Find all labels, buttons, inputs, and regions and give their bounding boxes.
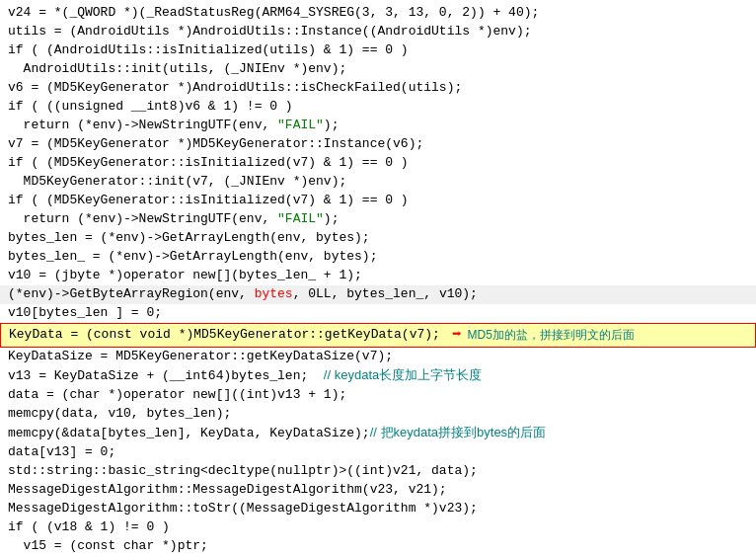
code-text: KeyData = (const void *)MD5KeyGenerator:… (9, 326, 440, 345)
code-line-4: AndroidUtils::init(utils, (_JNIEnv *)env… (0, 60, 756, 79)
code-text: if ( (v18 & 1) != 0 ) (8, 518, 170, 537)
code-line-8: v7 = (MD5KeyGenerator *)MD5KeyGenerator:… (0, 135, 756, 154)
code-text: MessageDigestAlgorithm::MessageDigestAlg… (8, 481, 447, 500)
code-line-13: bytes_len = (*env)->GetArrayLength(env, … (0, 229, 756, 248)
code-line-21: data = (char *)operator new[]((int)v13 +… (0, 386, 756, 405)
code-line-26: MessageDigestAlgorithm::MessageDigestAlg… (0, 481, 756, 500)
code-text: v6 = (MD5KeyGenerator *)AndroidUtils::is… (8, 79, 462, 98)
code-line-7: return (*env)->NewStringUTF(env, "FAIL")… (0, 117, 756, 135)
code-text: if ( (MD5KeyGenerator::isInitialized(v7)… (8, 154, 409, 173)
code-text: if ( (AndroidUtils::isInitialized(utils)… (8, 41, 409, 60)
code-text: KeyDataSize = MD5KeyGenerator::getKeyDat… (8, 348, 393, 366)
code-line-5: v6 = (MD5KeyGenerator *)AndroidUtils::is… (0, 79, 756, 98)
code-text: MessageDigestAlgorithm::toStr((MessageDi… (8, 500, 478, 518)
code-text: return (*env)->NewStringUTF(env, "FAIL")… (8, 117, 339, 135)
code-line-1: v24 = *(_QWORD *)(_ReadStatusReg(ARM64_S… (0, 4, 756, 23)
code-text: v10[bytes_len ] = 0; (8, 304, 162, 323)
code-text: v24 = *(_QWORD *)(_ReadStatusReg(ARM64_S… (8, 4, 539, 23)
code-line-16: (*env)->GetByteArrayRegion(env, bytes, 0… (0, 285, 756, 304)
code-text: return (*env)->NewStringUTF(env, "FAIL")… (8, 210, 339, 229)
code-text: memcpy(&data[bytes_len], KeyData, KeyDat… (8, 424, 546, 443)
code-text: v7 = (MD5KeyGenerator *)MD5KeyGenerator:… (8, 135, 423, 154)
code-text: data = (char *)operator new[]((int)v13 +… (8, 386, 346, 405)
code-line-3: if ( (AndroidUtils::isInitialized(utils)… (0, 41, 756, 60)
code-line-10: MD5KeyGenerator::init(v7, (_JNIEnv *)env… (0, 173, 756, 192)
code-line-15: v10 = (jbyte *)operator new[](bytes_len_… (0, 267, 756, 285)
code-line-6: if ( ((unsigned __int8)v6 & 1) != 0 ) (0, 98, 756, 117)
code-line-23: memcpy(&data[bytes_len], KeyData, KeyDat… (0, 424, 756, 443)
code-line-12: return (*env)->NewStringUTF(env, "FAIL")… (0, 210, 756, 229)
code-text: (*env)->GetByteArrayRegion(env, bytes, 0… (8, 285, 478, 304)
code-text: std::string::basic_string<decltype(nullp… (8, 462, 478, 481)
code-line-17: v10[bytes_len ] = 0; (0, 304, 756, 323)
code-line-27: MessageDigestAlgorithm::toStr((MessageDi… (0, 500, 756, 518)
cn-comment-text: MD5加的盐，拼接到明文的后面 (468, 327, 635, 344)
code-line-19: KeyDataSize = MD5KeyGenerator::getKeyDat… (0, 348, 756, 366)
code-line-2: utils = (AndroidUtils *)AndroidUtils::In… (0, 23, 756, 41)
code-line-28: if ( (v18 & 1) != 0 ) (0, 518, 756, 537)
arrow-icon: ➡ (452, 324, 462, 347)
code-line-29: v15 = (const char *)ptr; (0, 537, 756, 556)
code-line-14: bytes_len_ = (*env)->GetArrayLength(env,… (0, 248, 756, 267)
code-text: v15 = (const char *)ptr; (8, 537, 208, 556)
code-line-22: memcpy(data, v10, bytes_len); (0, 405, 756, 424)
code-line-11: if ( (MD5KeyGenerator::isInitialized(v7)… (0, 192, 756, 210)
code-line-24: data[v13] = 0; (0, 443, 756, 462)
code-line-20: v13 = KeyDataSize + (__int64)bytes_len; … (0, 366, 756, 386)
code-text: AndroidUtils::init(utils, (_JNIEnv *)env… (8, 60, 346, 79)
code-text: if ( (MD5KeyGenerator::isInitialized(v7)… (8, 192, 409, 210)
code-text: memcpy(data, v10, bytes_len); (8, 405, 231, 424)
code-text: data[v13] = 0; (8, 443, 115, 462)
code-text: v13 = KeyDataSize + (__int64)bytes_len; … (8, 366, 482, 386)
code-text: if ( ((unsigned __int8)v6 & 1) != 0 ) (8, 98, 293, 117)
code-line-9: if ( (MD5KeyGenerator::isInitialized(v7)… (0, 154, 756, 173)
code-text: v10 = (jbyte *)operator new[](bytes_len_… (8, 267, 362, 285)
code-text: MD5KeyGenerator::init(v7, (_JNIEnv *)env… (8, 173, 346, 192)
code-text: utils = (AndroidUtils *)AndroidUtils::In… (8, 23, 532, 41)
code-line-25: std::string::basic_string<decltype(nullp… (0, 462, 756, 481)
code-text: bytes_len = (*env)->GetArrayLength(env, … (8, 229, 370, 248)
code-container: v24 = *(_QWORD *)(_ReadStatusReg(ARM64_S… (0, 0, 756, 557)
code-text: bytes_len_ = (*env)->GetArrayLength(env,… (8, 248, 377, 267)
code-line-18: KeyData = (const void *)MD5KeyGenerator:… (0, 323, 756, 348)
